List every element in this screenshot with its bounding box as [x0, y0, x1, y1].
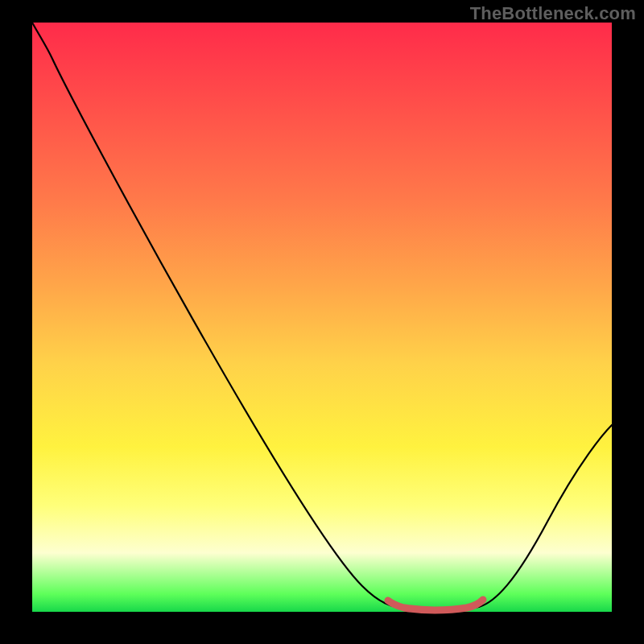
watermark-text: TheBottleneck.com — [470, 3, 636, 24]
plot-area — [32, 23, 612, 612]
bottleneck-curve — [32, 23, 612, 610]
chart-container: TheBottleneck.com — [0, 0, 644, 644]
curve-layer — [32, 23, 612, 612]
optimal-range-marker — [388, 600, 483, 610]
